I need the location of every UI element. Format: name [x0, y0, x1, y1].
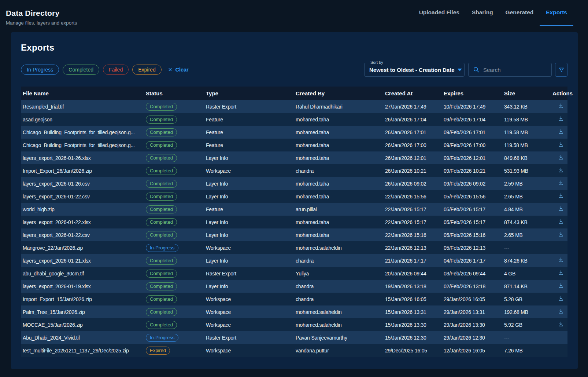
- created-by-cell: mohamed.taha: [294, 216, 383, 228]
- tab-sharing[interactable]: Sharing: [466, 0, 499, 26]
- file-name-cell: world_high.zip: [21, 203, 144, 216]
- size-cell: 343.12 KB: [502, 100, 551, 113]
- actions-cell: [551, 151, 567, 164]
- created-by-cell: chandra: [294, 164, 383, 177]
- type-cell: Workspace: [204, 318, 294, 331]
- filter-chip-expired[interactable]: Expired: [132, 65, 161, 75]
- size-cell: 2.59 MB: [502, 177, 551, 190]
- created-at-cell: 19/Jan/2026 13:18: [383, 280, 442, 293]
- file-name-cell: Import_Export_15/Jan/2026.zip: [21, 293, 144, 305]
- actions-cell: [551, 305, 567, 318]
- filter-chip-failed[interactable]: Failed: [103, 65, 129, 75]
- expires-cell: 10/Feb/2026 17:49: [442, 100, 502, 113]
- download-icon: [558, 167, 564, 173]
- actions-cell: [551, 203, 567, 216]
- download-button[interactable]: [558, 308, 564, 316]
- actions-cell: [551, 318, 567, 331]
- type-cell: Workspace: [204, 293, 294, 305]
- download-icon: [558, 308, 564, 314]
- status-cell: Completed: [144, 151, 204, 164]
- download-button[interactable]: [558, 102, 564, 111]
- expires-cell: 09/Feb/2026 10:21: [442, 164, 502, 177]
- file-name-cell: Chicago_Building_Footprints_for_tilled.g…: [21, 139, 144, 151]
- file-name-cell: Resampled_trial.tif: [21, 100, 144, 113]
- status-cell: Completed: [144, 203, 204, 216]
- file-name-cell: layers_export_2026-01-26.xlsx: [21, 151, 144, 164]
- status-badge: Completed: [146, 282, 177, 290]
- download-button[interactable]: [558, 295, 564, 303]
- created-at-cell: 26/Jan/2026 09:02: [383, 177, 442, 190]
- file-name-cell: layers_export_2026-01-22.csv: [21, 190, 144, 203]
- status-cell: In-Progress: [144, 241, 204, 254]
- sort-selected-value: Newest to Oldest - Creation Date: [369, 67, 455, 73]
- status-badge: In-Progress: [146, 334, 178, 342]
- created-by-cell: mohamed.taha: [294, 190, 383, 203]
- filter-chip-completed[interactable]: Completed: [63, 65, 99, 75]
- status-badge: Expired: [146, 347, 170, 355]
- type-cell: Raster Export: [204, 331, 294, 344]
- created-at-cell: 15/Jan/2026 13:31: [383, 305, 442, 318]
- created-by-cell: mohamed.taha: [294, 126, 383, 139]
- download-button[interactable]: [558, 231, 564, 239]
- filter-chip-in-progress[interactable]: In-Progress: [21, 65, 59, 75]
- download-button[interactable]: [558, 115, 564, 124]
- created-at-cell: 26/Jan/2026 17:00: [383, 139, 442, 151]
- tab-generated[interactable]: Generated: [499, 0, 540, 26]
- status-badge: Completed: [146, 154, 177, 162]
- status-cell: In-Progress: [144, 331, 204, 344]
- sort-by-label: Sort by: [369, 60, 385, 65]
- actions-cell: [551, 177, 567, 190]
- sort-dropdown[interactable]: Sort by Newest to Oldest - Creation Date: [364, 63, 465, 77]
- created-by-cell: mohamed.taha: [294, 151, 383, 164]
- size-cell: 871.14 KB: [502, 280, 551, 293]
- actions-cell: [551, 216, 567, 228]
- download-button[interactable]: [558, 192, 564, 201]
- download-button[interactable]: [558, 179, 564, 188]
- size-cell: 7.26 MB: [502, 344, 551, 357]
- type-cell: Layer Info: [204, 151, 294, 164]
- file-name-cell: layers_export_2026-01-21.xlsx: [21, 254, 144, 267]
- created-by-cell: mohamed.taha: [294, 228, 383, 241]
- status-cell: Completed: [144, 113, 204, 126]
- tab-uploaded-files[interactable]: Uploaded Files: [413, 0, 466, 26]
- size-cell: 849.68 KB: [502, 151, 551, 164]
- created-by-cell: arun.pillai: [294, 203, 383, 216]
- type-cell: Workspace: [204, 344, 294, 357]
- column-header-type: Type: [204, 87, 294, 100]
- download-button[interactable]: [558, 141, 564, 149]
- clear-filters-button[interactable]: ✕ Clear: [168, 67, 189, 73]
- search-input[interactable]: [483, 67, 547, 73]
- download-button[interactable]: [558, 128, 564, 136]
- filter-button[interactable]: [555, 63, 567, 77]
- tab-exports[interactable]: Exports: [540, 0, 573, 26]
- download-button[interactable]: [558, 256, 564, 265]
- created-by-cell: vandana.puttur: [294, 344, 383, 357]
- status-badge: Completed: [146, 128, 177, 136]
- table-row: Import_Export_15/Jan/2026.zipCompletedWo…: [21, 293, 567, 305]
- status-badge: Completed: [146, 270, 177, 278]
- created-by-cell: mohamed.salaheldin: [294, 241, 383, 254]
- filter-funnel-icon: [558, 67, 565, 73]
- download-button[interactable]: [558, 282, 564, 290]
- download-icon: [558, 180, 564, 186]
- created-by-cell: mohamed.taha: [294, 139, 383, 151]
- status-badge: Completed: [146, 218, 177, 226]
- table-row: test_multiFile_20251211_1137_29/Dec/2025…: [21, 344, 567, 357]
- top-nav: Uploaded FilesSharingGeneratedExports: [413, 0, 573, 32]
- download-button[interactable]: [558, 154, 564, 162]
- top-header: Data Directory Manage files, layers and …: [0, 0, 588, 32]
- file-name-cell: Palm_Tree_15/Jan/2026.zip: [21, 305, 144, 318]
- created-by-cell: mohamed.salaheldin: [294, 318, 383, 331]
- actions-cell: [551, 228, 567, 241]
- download-button[interactable]: [558, 218, 564, 226]
- download-button[interactable]: [558, 321, 564, 329]
- actions-cell: [551, 344, 567, 357]
- table-row: Palm_Tree_15/Jan/2026.zipCompletedWorksp…: [21, 305, 567, 318]
- file-name-cell: Chicago_Building_Footprints_for_tilled.g…: [21, 126, 144, 139]
- download-button[interactable]: [558, 205, 564, 213]
- file-name-cell: MOCCAE_15/Jan/2026.zip: [21, 318, 144, 331]
- download-button[interactable]: [558, 269, 564, 278]
- download-icon: [558, 257, 564, 263]
- column-header-file-name: File Name: [21, 87, 144, 100]
- download-button[interactable]: [558, 166, 564, 175]
